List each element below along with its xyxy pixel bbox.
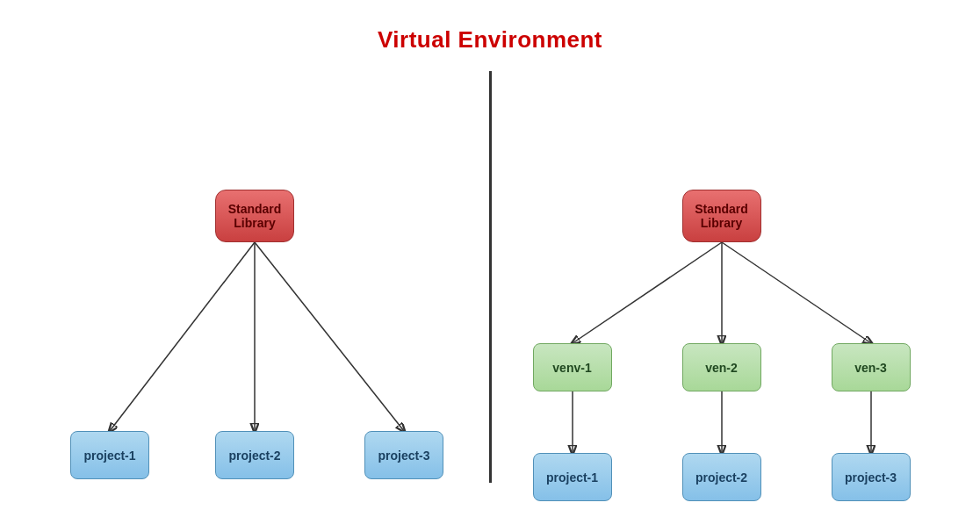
svg-line-5 [722,242,871,343]
left-stdlib-node: StandardLibrary [215,190,294,242]
right-project-1-node: project-1 [533,453,612,501]
right-project-3-node: project-3 [832,453,911,501]
page-title: Virtual Environment [0,0,980,54]
right-diagram: StandardLibrary venv-1 ven-2 ven-3 proje… [492,54,981,500]
left-project-2-node: project-2 [215,431,294,479]
right-venv-1-node: venv-1 [533,343,612,391]
right-ven-2-node: ven-2 [682,343,761,391]
right-project-2-node: project-2 [682,453,761,501]
right-ven-3-node: ven-3 [832,343,911,391]
svg-line-0 [110,242,255,431]
svg-line-3 [573,242,722,343]
right-stdlib-node: StandardLibrary [682,190,761,242]
right-arrows [492,54,981,500]
left-diagram: StandardLibrary project-1 project-2 proj… [0,54,489,500]
svg-line-2 [255,242,404,431]
left-project-1-node: project-1 [70,431,149,479]
left-project-3-node: project-3 [364,431,443,479]
